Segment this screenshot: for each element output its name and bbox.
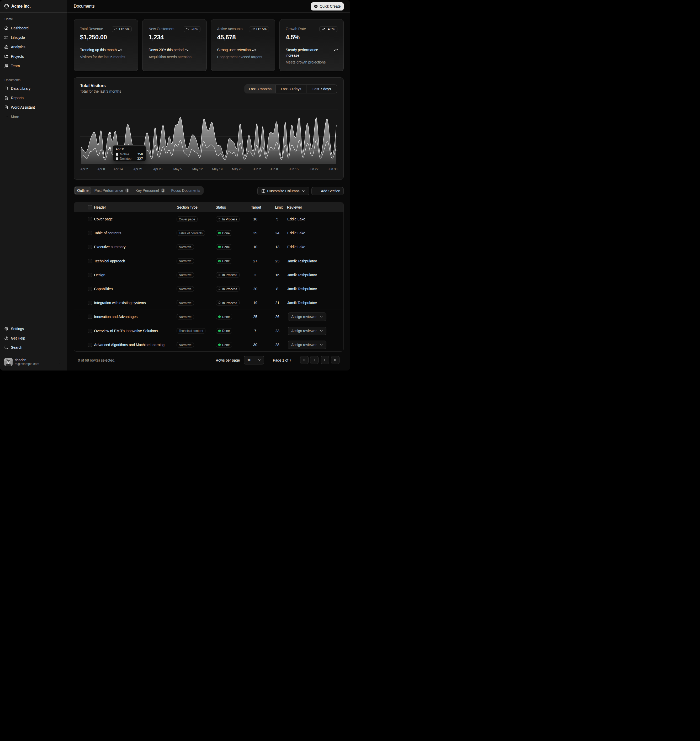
nav-projects[interactable]: Projects (2, 52, 65, 60)
nav-analytics[interactable]: Analytics (2, 43, 65, 51)
site-header: Documents Quick Create (68, 0, 350, 13)
svg-text:Jun 22: Jun 22 (309, 168, 319, 171)
data-table: Header Section Type Status Target Limit … (74, 202, 344, 351)
svg-text:May 12: May 12 (192, 168, 203, 171)
svg-text:Apr 28: Apr 28 (153, 168, 163, 171)
card-3: Growth Rate+4.5% 4.5% Steady performance… (279, 19, 344, 71)
row-2: Executive summary Narrative Done 10 13 E… (74, 240, 343, 254)
row-6: Integration with existing systems Narrat… (74, 296, 343, 310)
nav-reports[interactable]: Reports (2, 94, 65, 102)
row-9: Advanced Algorithms and Machine Learning… (74, 338, 343, 351)
nav-data-library[interactable]: Data Library (2, 84, 65, 93)
customize-columns[interactable]: Customize Columns (257, 187, 309, 195)
area-chart: Apr 2Apr 8Apr 14Apr 21Apr 28May 5May 12M… (74, 78, 344, 180)
card-2: Active Accounts+12.5% 45,678 Strong user… (211, 19, 275, 71)
svg-text:Jun 8: Jun 8 (270, 168, 278, 171)
card-0: Total Revenue+12.5% $1,250.00 Trending u… (74, 19, 138, 71)
card-1: New Customers-20% 1,234 Down 20% this pe… (142, 19, 206, 71)
svg-text:May 19: May 19 (212, 168, 223, 171)
row-1: Table of contents Table of contents Done… (74, 226, 343, 240)
nav-word-assistant[interactable]: Word Assistant (2, 103, 65, 112)
sidebar-header: Acme Inc. (0, 0, 67, 13)
svg-text:Jun 30: Jun 30 (328, 168, 337, 171)
row-8: Overview of EMR's Innovative Solutions T… (74, 324, 343, 338)
nav-get-help[interactable]: Get Help (2, 334, 65, 343)
row-3: Technical approach Narrative Done 27 23 … (74, 254, 343, 268)
svg-text:May 5: May 5 (174, 168, 182, 171)
nav-team[interactable]: Team (2, 62, 65, 70)
row-7: Innovation and Advantages Narrative Done… (74, 310, 343, 324)
rows-per-page[interactable]: 10 (244, 356, 264, 365)
row-4: Design Narrative In Process 2 16 Jamik T… (74, 268, 343, 282)
svg-text:May 26: May 26 (232, 168, 243, 171)
nav-more[interactable]: More (2, 113, 65, 121)
svg-text:Apr 21: Apr 21 (133, 168, 143, 171)
nav-search[interactable]: Search (2, 343, 65, 351)
dashboard: Acme Inc. HomeDashboardLifecycleAnalytic… (0, 0, 350, 370)
nav-lifecycle[interactable]: Lifecycle (2, 33, 65, 42)
chart-card: Total Visitors Total for the last 3 mont… (74, 77, 344, 180)
row-0: Cover page Cover page In Process 18 5 Ed… (74, 212, 343, 226)
svg-text:Apr 8: Apr 8 (97, 168, 105, 171)
sidebar: Acme Inc. HomeDashboardLifecycleAnalytic… (0, 0, 67, 370)
nav-user[interactable]: shadcnm@example.com (2, 356, 65, 368)
quick-create[interactable]: Quick Create (311, 2, 344, 10)
chart-tooltip: Apr 11 Mobile350 Desktop327 (113, 146, 146, 162)
view-tabs: Outline Past Performance 3 Key Personnel… (74, 186, 204, 195)
svg-text:Apr 2: Apr 2 (80, 168, 88, 171)
row-5: Capabilities Narrative In Process 20 8 J… (74, 282, 343, 296)
svg-text:Apr 14: Apr 14 (113, 168, 123, 171)
nav-dashboard[interactable]: Dashboard (2, 24, 65, 32)
nav-settings[interactable]: Settings (2, 325, 65, 333)
svg-text:Jun 2: Jun 2 (253, 168, 261, 171)
svg-text:Jun 15: Jun 15 (289, 168, 299, 171)
add-section[interactable]: Add Section (312, 187, 344, 195)
